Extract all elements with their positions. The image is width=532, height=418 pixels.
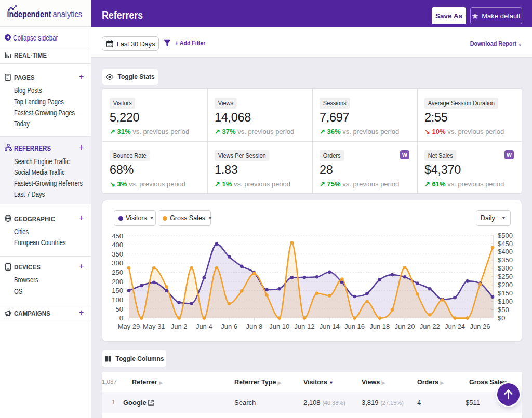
svg-text:$250: $250 xyxy=(498,273,513,280)
svg-text:400: 400 xyxy=(112,241,123,249)
svg-text:$200: $200 xyxy=(498,281,513,289)
svg-text:$450: $450 xyxy=(498,240,513,248)
svg-text:Jun 26: Jun 26 xyxy=(470,322,490,330)
svg-text:0: 0 xyxy=(119,314,123,322)
svg-text:300: 300 xyxy=(112,259,123,267)
svg-text:Jun 14: Jun 14 xyxy=(320,322,340,330)
svg-text:$350: $350 xyxy=(498,256,513,264)
svg-text:$50: $50 xyxy=(498,306,509,314)
svg-text:Jun 10: Jun 10 xyxy=(269,322,289,330)
svg-text:$400: $400 xyxy=(498,248,513,255)
svg-text:Jun 18: Jun 18 xyxy=(369,322,390,330)
svg-text:250: 250 xyxy=(112,268,123,276)
svg-text:100: 100 xyxy=(112,296,123,304)
svg-text:$0: $0 xyxy=(498,314,505,322)
svg-text:May 31: May 31 xyxy=(143,322,165,330)
svg-text:Jun 8: Jun 8 xyxy=(246,322,262,330)
svg-text:$100: $100 xyxy=(498,298,513,305)
svg-text:$150: $150 xyxy=(498,289,513,297)
svg-text:Jun 4: Jun 4 xyxy=(196,322,212,330)
svg-text:150: 150 xyxy=(112,287,123,294)
svg-text:May 29: May 29 xyxy=(118,322,140,330)
svg-text:analytics: analytics xyxy=(53,9,83,19)
svg-text:450: 450 xyxy=(112,232,123,240)
svg-text:Jun 22: Jun 22 xyxy=(420,322,440,330)
svg-text:Jun 2: Jun 2 xyxy=(171,322,188,330)
svg-text:Jun 24: Jun 24 xyxy=(445,322,465,330)
svg-text:Jun 16: Jun 16 xyxy=(344,322,365,330)
svg-text:Jun 20: Jun 20 xyxy=(394,322,415,330)
svg-text:50: 50 xyxy=(116,305,123,313)
svg-text:350: 350 xyxy=(112,250,123,258)
svg-text:$300: $300 xyxy=(498,264,513,272)
svg-text:$500: $500 xyxy=(498,232,513,239)
svg-text:Jun 12: Jun 12 xyxy=(294,322,314,330)
svg-text:independent: independent xyxy=(7,9,51,19)
svg-text:200: 200 xyxy=(112,278,123,286)
svg-text:Jun 6: Jun 6 xyxy=(221,322,237,330)
